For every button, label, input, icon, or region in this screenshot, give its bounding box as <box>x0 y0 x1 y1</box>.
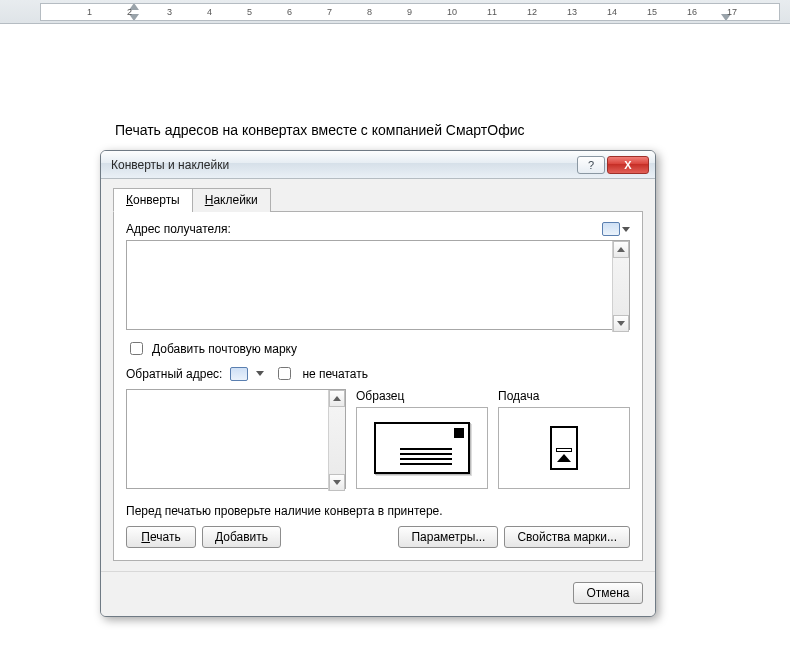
recipient-address-input[interactable] <box>126 240 630 330</box>
envelope-icon <box>374 422 470 474</box>
no-print-checkbox[interactable] <box>278 367 291 380</box>
tab-envelopes[interactable]: Конверты <box>113 188 193 212</box>
help-button[interactable]: ? <box>577 156 605 174</box>
envelopes-labels-dialog: Конверты и наклейки ? X Конверты Наклейк… <box>100 150 656 617</box>
stamp-properties-button[interactable]: Свойства марки... <box>504 526 630 548</box>
scroll-down-button[interactable] <box>329 474 345 491</box>
feed-label: Подача <box>498 389 630 403</box>
no-print-label: не печатать <box>302 367 368 381</box>
sample-label: Образец <box>356 389 488 403</box>
horizontal-ruler[interactable]: 1234567891011121314151617 <box>40 3 780 21</box>
return-scrollbar[interactable] <box>328 390 345 491</box>
document-heading: Печать адресов на конвертах вместе с ком… <box>115 122 525 138</box>
dialog-titlebar[interactable]: Конверты и наклейки ? X <box>101 151 655 179</box>
arrow-down-icon <box>617 321 625 326</box>
tab-panel-envelopes: Адрес получателя: Добавить почтовую марк… <box>113 212 643 561</box>
sample-preview[interactable] <box>356 407 488 489</box>
printer-hint: Перед печатью проверьте наличие конверта… <box>126 504 630 518</box>
scroll-up-button[interactable] <box>613 241 629 258</box>
return-address-book-icon[interactable] <box>230 367 248 381</box>
feed-preview[interactable] <box>498 407 630 489</box>
ruler-bar: 1234567891011121314151617 <box>0 0 790 24</box>
tab-labels[interactable]: Наклейки <box>192 188 271 212</box>
cancel-button[interactable]: Отмена <box>573 582 643 604</box>
arrow-up-icon <box>333 396 341 401</box>
address-book-dropdown-icon[interactable] <box>622 227 630 232</box>
add-button[interactable]: Добавить <box>202 526 281 548</box>
print-button[interactable]: Печать <box>126 526 196 548</box>
return-address-dropdown-icon[interactable] <box>256 371 264 376</box>
address-book-icon[interactable] <box>602 222 620 236</box>
return-address-input[interactable] <box>126 389 346 489</box>
return-address-label: Обратный адрес: <box>126 367 222 381</box>
options-button[interactable]: Параметры... <box>398 526 498 548</box>
arrow-down-icon <box>333 480 341 485</box>
scroll-up-button[interactable] <box>329 390 345 407</box>
dialog-title: Конверты и наклейки <box>111 158 577 172</box>
add-stamp-checkbox[interactable] <box>130 342 143 355</box>
add-stamp-label: Добавить почтовую марку <box>152 342 297 356</box>
scroll-down-button[interactable] <box>613 315 629 332</box>
close-button[interactable]: X <box>607 156 649 174</box>
arrow-up-icon <box>617 247 625 252</box>
tab-strip: Конверты Наклейки <box>113 187 643 212</box>
recipient-address-label: Адрес получателя: <box>126 222 231 236</box>
recipient-scrollbar[interactable] <box>612 241 629 332</box>
feed-tray-icon <box>550 426 578 470</box>
